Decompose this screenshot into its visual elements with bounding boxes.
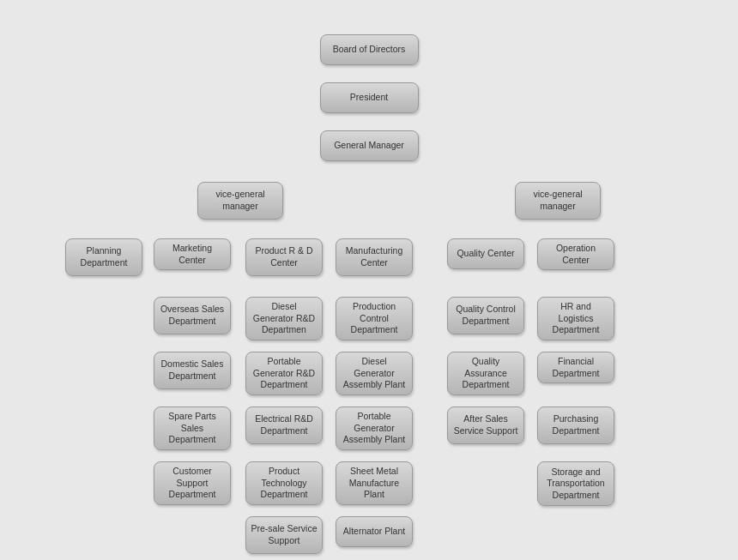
product_tech-node: Product Technology Department	[245, 461, 323, 505]
vgm_left-node: vice-general manager	[197, 182, 283, 220]
vgm_right-node: vice-general manager	[515, 182, 601, 220]
portable_gen_rd-node: Portable Generator R&D Department	[245, 352, 323, 395]
chart-container: Board of DirectorsPresidentGeneral Manag…	[0, 0, 738, 560]
marketing-node: Marketing Center	[154, 238, 231, 270]
purchasing-node: Purchasing Department	[537, 406, 614, 444]
customer_support-node: Customer Support Department	[154, 461, 231, 505]
quality_center-node: Quality Center	[447, 238, 524, 269]
org-chart: Board of DirectorsPresidentGeneral Manag…	[9, 17, 729, 560]
product_rd-node: Product R & D Center	[245, 238, 323, 276]
presale_service-node: Pre-sale Service Support	[245, 516, 323, 554]
planning-node: Planning Department	[65, 238, 142, 276]
domestic_sales-node: Domestic Sales Department	[154, 352, 231, 389]
diesel_gen_asm-node: Diesel Generator Assembly Plant	[336, 352, 413, 395]
production_ctrl-node: Production Control Department	[336, 297, 413, 340]
operation-node: Operation Center	[537, 238, 614, 270]
portable_gen_asm-node: Portable Generator Assembly Plant	[336, 406, 413, 450]
spare_parts-node: Spare Parts Sales Department	[154, 406, 231, 450]
sheet_metal-node: Sheet Metal Manufacture Plant	[336, 461, 413, 505]
board-node: Board of Directors	[320, 34, 419, 65]
overseas_sales-node: Overseas Sales Department	[154, 297, 231, 334]
financial-node: Financial Department	[537, 352, 614, 383]
diesel_gen_rd-node: Diesel Generator R&D Departmen	[245, 297, 323, 340]
after_sales-node: After Sales Service Support	[447, 406, 524, 444]
president-node: President	[320, 82, 419, 113]
hr_logistics-node: HR and Logistics Department	[537, 297, 614, 340]
electrical_rd-node: Electrical R&D Department	[245, 406, 323, 444]
quality_ctrl-node: Quality Control Department	[447, 297, 524, 334]
manufacturing-node: Manufacturing Center	[336, 238, 413, 276]
alternator-node: Alternator Plant	[336, 516, 413, 547]
storage_trans-node: Storage and Transportation Department	[537, 461, 614, 506]
general_manager-node: General Manager	[320, 130, 419, 161]
quality_assurance-node: Quality Assurance Department	[447, 352, 524, 395]
